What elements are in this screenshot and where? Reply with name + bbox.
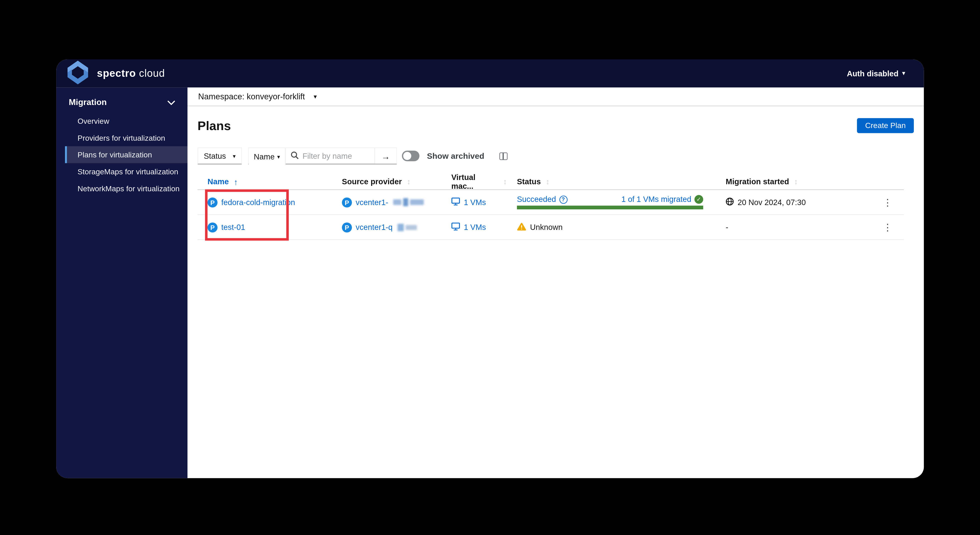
column-header-virtual-machines[interactable]: Virtual mac... ↕ [441,173,507,191]
name-filter-select[interactable]: Name ▾ [249,148,285,165]
column-header-source-provider[interactable]: Source provider ↕ [332,177,441,186]
chevron-down-icon: ▾ [233,153,236,159]
auth-menu[interactable]: Auth disabled ▾ [847,69,905,78]
arrow-right-icon: → [381,151,390,161]
virtual-machines-cell: 1 VMs [441,222,507,232]
sidebar-item-storagemaps[interactable]: StorageMaps for virtualization [65,163,188,180]
source-provider-cell: P vcenter1-q [332,222,441,232]
search-icon [291,150,299,162]
sidebar-group-label: Migration [68,97,107,107]
table-row: P test-01 P vcenter1-q [197,215,904,240]
migrated-count-link[interactable]: 1 of 1 VMs migrated [621,195,691,204]
sort-icon: ↕ [546,177,550,186]
source-provider-cell: P vcenter1- [332,197,441,207]
status-filter-select[interactable]: Status ▾ [197,148,242,164]
sidebar-item-networkmaps[interactable]: NetworkMaps for virtualization [65,180,188,197]
plan-name-link[interactable]: test-01 [221,223,245,232]
show-archived-toggle[interactable] [402,151,419,161]
warning-icon [517,222,527,232]
search-box [286,148,374,164]
monitor-icon [451,222,460,232]
sort-icon: ↕ [794,177,798,186]
help-icon[interactable]: ? [559,195,567,204]
vms-count-link[interactable]: 1 VMs [464,223,486,232]
toggle-knob [403,152,411,160]
source-provider-link[interactable]: vcenter1-q [356,223,393,232]
actions-cell: ⋮ [871,221,904,233]
vms-count-link[interactable]: 1 VMs [464,198,486,207]
plan-badge-icon: P [208,197,218,207]
row-actions-kebab[interactable]: ⋮ [880,196,895,208]
check-circle-icon: ✓ [695,195,703,204]
auth-menu-label: Auth disabled [847,69,899,78]
show-archived-label: Show archived [427,151,484,161]
source-provider-link[interactable]: vcenter1- [356,198,388,207]
migration-started-cell: - [716,223,871,232]
brand: spectrocloud [68,60,165,86]
status-link[interactable]: Succeeded [517,195,556,204]
redacted-text [398,223,417,231]
plans-table: Name ↑ Source provider ↕ Virtual mac... … [197,173,904,240]
sidebar-group-migration[interactable]: Migration [56,91,188,113]
top-header: spectrocloud Auth disabled ▾ [56,59,924,88]
plan-name-cell: P test-01 [197,222,332,232]
status-cell: Succeeded ? 1 of 1 VMs migrated ✓ [507,195,716,209]
migration-started-cell: 20 Nov 2024, 07:30 [716,197,871,207]
status-value: Unknown [530,223,563,232]
monitor-icon [451,197,460,207]
sort-icon: ↕ [407,177,410,186]
namespace-selector-label: Namespace: konveyor-forklift [198,92,305,101]
brand-name: spectrocloud [97,67,165,80]
table-header-row: Name ↑ Source provider ↕ Virtual mac... … [197,173,904,190]
column-header-status[interactable]: Status ↕ [507,177,716,186]
chevron-down-icon: ▾ [277,153,280,160]
sort-ascending-icon: ↑ [234,177,238,187]
page-header: Plans Create Plan [197,116,914,135]
actions-cell: ⋮ [871,196,904,208]
row-actions-kebab[interactable]: ⋮ [880,221,895,233]
sidebar: Migration Overview Providers for virtual… [56,88,188,478]
sidebar-item-overview[interactable]: Overview [65,113,188,129]
manage-columns-icon[interactable] [500,152,508,160]
migration-started-value: 20 Nov 2024, 07:30 [738,198,806,207]
page-title: Plans [197,118,231,133]
main-content: Namespace: konveyor-forklift ▾ Plans Cre… [188,88,924,478]
spectro-cloud-logo-icon [68,60,88,86]
namespace-caret-icon[interactable]: ▾ [314,93,317,100]
app-window: spectrocloud Auth disabled ▾ Migration O… [56,59,924,478]
search-submit-button[interactable]: → [374,148,396,164]
globe-icon [726,197,734,207]
screenshot-canvas: spectrocloud Auth disabled ▾ Migration O… [0,0,980,535]
sidebar-item-providers[interactable]: Providers for virtualization [65,129,188,146]
provider-badge-icon: P [342,222,352,232]
redacted-text [393,198,424,206]
migration-started-value: - [726,223,729,232]
table-row: P fedora-cold-migration P vcenter1- [197,190,904,215]
sort-icon: ↕ [503,177,507,186]
create-plan-button[interactable]: Create Plan [857,118,914,133]
plan-badge-icon: P [208,222,218,232]
chevron-down-icon: ▾ [902,71,905,76]
sidebar-nav-items: Overview Providers for virtualization Pl… [65,113,188,197]
status-cell: Unknown [507,222,716,232]
migration-progress-bar [517,206,703,210]
filter-by-name-input[interactable] [302,151,369,160]
plan-name-cell: P fedora-cold-migration [197,197,332,207]
chevron-down-icon [168,97,175,107]
namespace-bar: Namespace: konveyor-forklift ▾ [188,88,924,106]
column-header-migration-started[interactable]: Migration started ↕ [716,177,871,186]
filters-toolbar: Status ▾ Name ▾ [197,148,914,164]
column-header-name[interactable]: Name ↑ [197,177,332,187]
provider-badge-icon: P [342,197,352,207]
name-filter-group: Name ▾ → [248,148,397,164]
sidebar-item-plans[interactable]: Plans for virtualization [65,146,188,163]
virtual-machines-cell: 1 VMs [441,197,507,207]
plan-name-link[interactable]: fedora-cold-migration [221,198,295,207]
